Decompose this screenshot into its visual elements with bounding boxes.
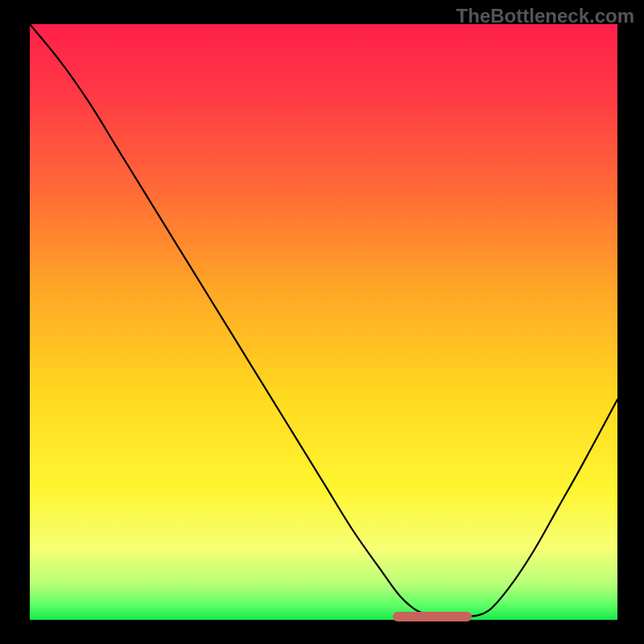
optimal-marker — [393, 612, 473, 621]
watermark-text: TheBottleneck.com — [456, 5, 634, 27]
bottleneck-gradient-background — [30, 24, 617, 620]
plot-area — [30, 24, 617, 620]
svg-rect-0 — [30, 24, 617, 620]
